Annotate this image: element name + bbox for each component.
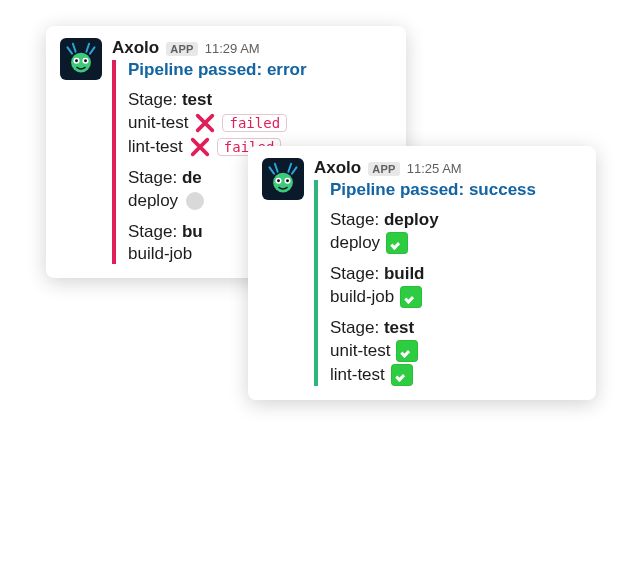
job-row: unit-test — [330, 340, 582, 362]
avatar[interactable] — [262, 158, 304, 200]
message-body: Axolo APP 11:25 AM Pipeline passed: succ… — [314, 158, 582, 386]
message-header: Axolo APP 11:29 AM — [112, 38, 392, 58]
check-icon — [396, 340, 418, 362]
attachment-title[interactable]: Pipeline passed: error — [128, 60, 392, 80]
job-row: lint-test — [330, 364, 582, 386]
svg-point-2 — [75, 59, 78, 62]
job-row: deploy — [330, 232, 582, 254]
timestamp[interactable]: 11:29 AM — [205, 41, 260, 56]
axolo-icon — [265, 161, 301, 197]
app-badge: APP — [166, 42, 198, 56]
cross-icon — [189, 136, 211, 158]
check-icon — [386, 232, 408, 254]
avatar[interactable] — [60, 38, 102, 80]
stage-label: Stage: test — [128, 90, 392, 110]
stage-name: test — [384, 318, 414, 337]
message-header: Axolo APP 11:25 AM — [314, 158, 582, 178]
cross-icon — [194, 112, 216, 134]
svg-point-9 — [286, 179, 289, 182]
attachment-title[interactable]: Pipeline passed: success — [330, 180, 582, 200]
job-name: deploy — [128, 191, 178, 211]
pending-icon — [184, 190, 206, 212]
stage-label: Stage: test — [330, 318, 582, 338]
job-name: build-job — [330, 287, 394, 307]
job-name: deploy — [330, 233, 380, 253]
stage-name: de — [182, 168, 202, 187]
stage-name: build — [384, 264, 425, 283]
job-name: unit-test — [128, 113, 188, 133]
app-badge: APP — [368, 162, 400, 176]
bot-name[interactable]: Axolo — [314, 158, 361, 178]
job-row: unit-test failed — [128, 112, 392, 134]
stage-name: deploy — [384, 210, 439, 229]
job-name: build-job — [128, 244, 192, 264]
job-name: unit-test — [330, 341, 390, 361]
timestamp[interactable]: 11:25 AM — [407, 161, 462, 176]
job-name: lint-test — [128, 137, 183, 157]
status-badge: failed — [222, 114, 287, 132]
job-row: build-job — [330, 286, 582, 308]
slack-message-success: Axolo APP 11:25 AM Pipeline passed: succ… — [248, 146, 596, 400]
stage-label: Stage: build — [330, 264, 582, 284]
stage-name: bu — [182, 222, 203, 241]
svg-point-4 — [84, 59, 87, 62]
message: Axolo APP 11:25 AM Pipeline passed: succ… — [262, 158, 582, 386]
check-icon — [400, 286, 422, 308]
stage-label: Stage: deploy — [330, 210, 582, 230]
bot-name[interactable]: Axolo — [112, 38, 159, 58]
job-name: lint-test — [330, 365, 385, 385]
check-icon — [391, 364, 413, 386]
stage-name: test — [182, 90, 212, 109]
attachment-success: Pipeline passed: success Stage: deploy d… — [314, 180, 582, 386]
axolo-icon — [63, 41, 99, 77]
svg-point-7 — [277, 179, 280, 182]
